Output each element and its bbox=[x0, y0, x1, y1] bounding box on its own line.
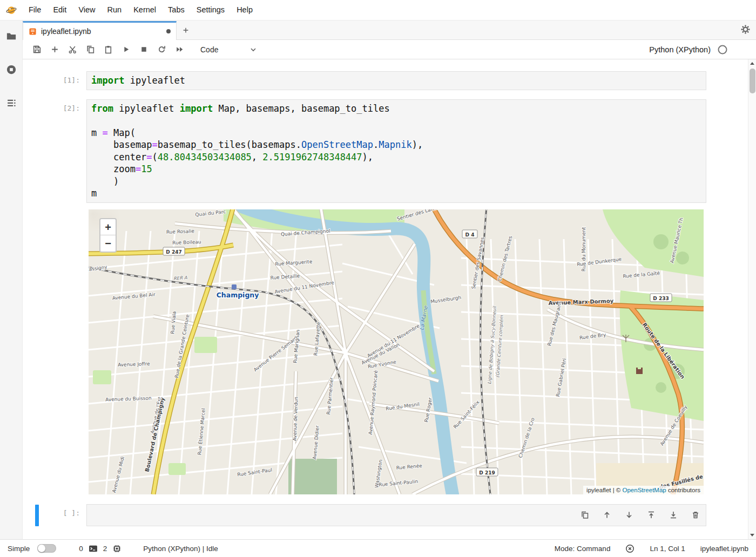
code-line bbox=[91, 114, 701, 127]
command-mode-indicator[interactable]: Mode: Command bbox=[555, 545, 611, 553]
restart-run-all-button[interactable] bbox=[172, 42, 187, 57]
kernel-name[interactable]: Python (XPython) bbox=[649, 45, 711, 54]
new-launcher-button[interactable] bbox=[177, 23, 195, 38]
map-label: Champigny bbox=[217, 291, 259, 299]
cell-input-editor[interactable]: from ipyleaflet import Map, basemaps, ba… bbox=[86, 99, 706, 203]
menu-item-file[interactable]: File bbox=[23, 0, 47, 20]
menu-item-help[interactable]: Help bbox=[231, 0, 259, 20]
menu-item-settings[interactable]: Settings bbox=[191, 0, 231, 20]
simple-mode-label: Simple bbox=[8, 545, 30, 553]
insert-cell-below-button[interactable] bbox=[669, 510, 678, 520]
delete-cell-button[interactable] bbox=[691, 510, 700, 520]
code-line: ) bbox=[91, 175, 701, 188]
simple-mode-toggle[interactable] bbox=[37, 544, 56, 553]
map-attribution: ipyleaflet | © OpenStreetMap contributor… bbox=[583, 486, 704, 494]
map-label: Rue Boileau bbox=[172, 239, 201, 246]
interrupt-kernel-button[interactable] bbox=[136, 42, 151, 57]
line-col-indicator[interactable]: Ln 1, Col 1 bbox=[650, 545, 685, 553]
menu-item-kernel[interactable]: Kernel bbox=[127, 0, 162, 20]
toggle-knob bbox=[38, 545, 45, 552]
attribution-text: contributors bbox=[666, 487, 700, 493]
paste-cells-button[interactable] bbox=[100, 42, 116, 57]
cell-input-editor[interactable] bbox=[86, 504, 706, 526]
vertical-scrollbar[interactable] bbox=[748, 59, 756, 539]
map-label: Avenue Joffre bbox=[118, 361, 150, 367]
code-cell-1: [1]: import ipyleaflet bbox=[38, 71, 706, 90]
kernel-status-icon[interactable] bbox=[717, 44, 728, 55]
cell-prompt: [2]: bbox=[38, 99, 86, 203]
menu-item-run[interactable]: Run bbox=[102, 0, 128, 20]
notifications-off-icon[interactable] bbox=[625, 544, 634, 553]
move-cell-down-button[interactable] bbox=[624, 510, 634, 520]
scroll-down-arrow[interactable] bbox=[748, 531, 756, 539]
cell-prompt: [ ]: bbox=[38, 504, 86, 526]
code-line: m = Map( bbox=[91, 127, 701, 139]
cell-type-value: Code bbox=[200, 45, 218, 54]
save-button[interactable] bbox=[29, 42, 44, 57]
osm-link[interactable]: OpenStreetMap bbox=[623, 487, 666, 493]
svg-text:D 4: D 4 bbox=[465, 232, 475, 237]
map-label: Rue Rosalie bbox=[166, 228, 195, 235]
empty-code-cell: [ ]: bbox=[38, 504, 706, 526]
map-zoom-out-button[interactable]: − bbox=[100, 235, 116, 252]
duplicate-cell-button[interactable] bbox=[580, 510, 590, 520]
tab-ipyleaflet-notebook[interactable]: ipyleaflet.ipynb bbox=[23, 21, 177, 40]
code-line: zoom=15 bbox=[91, 163, 701, 175]
kernels-count[interactable]: 2 bbox=[103, 545, 107, 553]
map-label: RER A bbox=[173, 275, 188, 281]
code-line: center=(48.80434503434085, 2.51919627483… bbox=[91, 151, 701, 164]
notebook-toolbar: Code Python (XPython) bbox=[23, 40, 756, 59]
copy-cells-button[interactable] bbox=[83, 42, 98, 57]
add-cell-button[interactable] bbox=[47, 42, 62, 57]
leaflet-map[interactable]: D 247D 4D 233D 219 Quai du ParcRue Rosal… bbox=[89, 209, 704, 494]
menu-item-view[interactable]: View bbox=[72, 0, 101, 20]
dirty-indicator[interactable] bbox=[166, 29, 171, 33]
menu-items: FileEditViewRunKernelTabsSettingsHelp bbox=[23, 0, 259, 20]
kernel-status-text[interactable]: Python (XPython) | Idle bbox=[143, 545, 218, 553]
cell-type-dropdown[interactable]: Code bbox=[200, 45, 258, 54]
terminal-icon[interactable] bbox=[89, 544, 98, 553]
file-browser-icon[interactable] bbox=[4, 29, 18, 43]
terminals-count[interactable]: 0 bbox=[79, 545, 83, 553]
cell-input-editor[interactable]: import ipyleaflet bbox=[86, 71, 706, 90]
app-logo[interactable] bbox=[0, 5, 23, 16]
insert-cell-above-button[interactable] bbox=[646, 510, 656, 520]
status-bar: Simple 0 2 Python (XPython) | Idle Mode:… bbox=[0, 539, 756, 557]
cell-toolbar bbox=[580, 510, 700, 520]
table-of-contents-icon[interactable] bbox=[4, 96, 18, 110]
move-cell-up-button[interactable] bbox=[602, 510, 612, 520]
map-cemetery bbox=[288, 459, 337, 494]
active-cell-indicator[interactable] bbox=[35, 505, 39, 526]
svg-text:D 219: D 219 bbox=[479, 470, 495, 476]
svg-text:D 247: D 247 bbox=[166, 249, 181, 255]
code-line: basemap=basemap_to_tiles(basemaps.OpenSt… bbox=[91, 139, 701, 151]
map-tiles: D 247D 4D 233D 219 Quai du ParcRue Rosal… bbox=[89, 209, 704, 494]
svg-text:D 233: D 233 bbox=[653, 296, 669, 301]
code-cell-2: [2]: from ipyleaflet import Map, basemap… bbox=[38, 99, 706, 203]
menu-item-edit[interactable]: Edit bbox=[47, 0, 72, 20]
settings-gear-icon[interactable] bbox=[740, 24, 751, 37]
attribution-text: ipyleaflet | © bbox=[586, 487, 622, 493]
plus-icon bbox=[182, 26, 190, 34]
scroll-up-arrow[interactable] bbox=[748, 59, 756, 67]
scrollbar-thumb[interactable] bbox=[750, 69, 755, 93]
planet-logo-icon bbox=[6, 5, 17, 16]
menu-item-tabs[interactable]: Tabs bbox=[162, 0, 191, 20]
run-button[interactable] bbox=[118, 42, 133, 57]
map-zoom-in-button[interactable]: + bbox=[100, 219, 116, 235]
cut-cells-button[interactable] bbox=[65, 42, 80, 57]
jupyterlab-window: FileEditViewRunKernelTabsSettingsHelp bbox=[0, 0, 756, 557]
menu-bar: FileEditViewRunKernelTabsSettingsHelp bbox=[0, 0, 756, 21]
code-line: m bbox=[91, 187, 701, 200]
kernel-chip-icon[interactable] bbox=[112, 544, 122, 553]
running-sessions-icon[interactable] bbox=[4, 63, 18, 77]
tab-title: ipyleaflet.ipynb bbox=[41, 27, 162, 36]
dock-tab-bar: ipyleaflet.ipynb bbox=[23, 21, 756, 40]
map-zoom-control: + − bbox=[99, 218, 117, 253]
restart-kernel-button[interactable] bbox=[154, 42, 169, 57]
notebook-icon bbox=[29, 28, 37, 36]
cell-output-area: D 247D 4D 233D 219 Quai du ParcRue Rosal… bbox=[38, 209, 706, 494]
road-shield: D 219 bbox=[476, 468, 498, 476]
train-station-icon bbox=[232, 284, 237, 289]
road-shield: D 4 bbox=[462, 230, 477, 238]
